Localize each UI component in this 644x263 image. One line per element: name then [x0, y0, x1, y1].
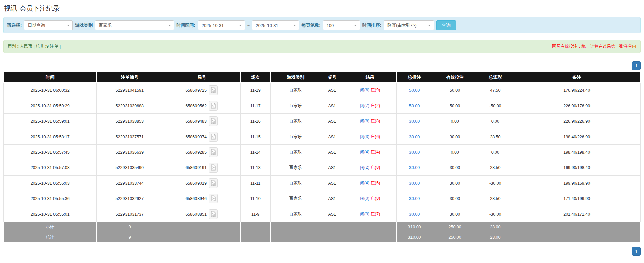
date-from-select[interactable]: 2025-10-31	[198, 20, 245, 30]
column-header-session: 场次	[241, 72, 271, 83]
payout: 0.00	[477, 145, 513, 160]
date-to-select[interactable]: 2025-10-31	[252, 20, 299, 30]
summary-info-bar: 币别 : 人民币 | 总共 :9 注单 | 同局有效投注，统一计算在该局第一张注…	[3, 40, 641, 53]
table-row: 2025-10-31 05:55:36 522931032927 6586089…	[4, 191, 641, 206]
subtotal-total-bet: 310.00	[396, 222, 432, 232]
chevron-down-icon	[425, 21, 434, 30]
query-mode-select[interactable]: 日期查询	[24, 20, 73, 30]
banker-result: 庄(4)	[371, 150, 380, 154]
bet-id: 522931037571	[97, 129, 163, 145]
total-bet-link[interactable]: 30.00	[409, 165, 420, 170]
round-id: 658609285	[185, 150, 207, 155]
video-replay-button[interactable]	[209, 116, 218, 126]
remark: 226.90/226.90	[513, 114, 641, 129]
table-row: 2025-10-31 05:59:29 522931039688 6586095…	[4, 98, 641, 114]
total-payout: 23.00	[477, 232, 513, 243]
video-replay-button[interactable]	[209, 163, 218, 173]
total-bet-link[interactable]: 50.00	[409, 88, 420, 93]
round-id-cell: 658609562	[163, 98, 241, 114]
table-header-row: 时间 注单编号 局号 场次 游戏类别 桌号 结果 总投注 有效投注 总派彩 备注	[4, 72, 641, 83]
video-replay-button[interactable]	[209, 178, 218, 188]
table-row: 2025-10-31 05:55:01 522931031737 6586088…	[4, 206, 641, 222]
table-row: 2025-10-31 05:58:17 522931037571 6586093…	[4, 129, 641, 145]
search-button[interactable]: 查询	[436, 20, 456, 30]
table-body: 2025-10-31 06:00:32 522931041591 6586097…	[4, 83, 641, 222]
game-type-select[interactable]: 百家乐	[95, 20, 174, 30]
round-id-cell: 658609285	[163, 145, 241, 160]
result-cell: 闲(4) 庄(6)	[344, 176, 396, 191]
session-number: 11-16	[241, 114, 271, 129]
valid-bet: 50.00	[432, 83, 477, 98]
total-row: 总计 9 310.00 250.00 23.00	[4, 232, 641, 243]
total-label: 总计	[4, 232, 97, 243]
total-bet-link[interactable]: 50.00	[409, 104, 420, 108]
payout: 28.50	[477, 129, 513, 145]
round-id-cell: 658608946	[163, 191, 241, 206]
date-from-value: 2025-10-31	[198, 21, 236, 30]
valid-bet-notice: 同局有效投注，统一计算在该局第一张注单内	[552, 44, 636, 49]
table-row: 2025-10-31 05:56:03 522931033744 6586090…	[4, 176, 641, 191]
page-1-button[interactable]: 1	[632, 247, 641, 256]
payout: 28.50	[477, 160, 513, 176]
remark: 199.90/169.90	[513, 176, 641, 191]
game-type: 百家乐	[271, 129, 321, 145]
total-bet-link[interactable]: 30.00	[409, 196, 420, 201]
page-size-select[interactable]: 100	[323, 20, 360, 30]
total-bet-link[interactable]: 30.00	[409, 212, 420, 217]
sort-order-select[interactable]: 降幂(由大到小)	[384, 20, 434, 30]
valid-bet: 30.00	[432, 129, 477, 145]
table-number: AS1	[321, 83, 344, 98]
total-count: 9	[97, 232, 163, 243]
column-header-remark: 备注	[513, 72, 641, 83]
video-replay-button[interactable]	[209, 101, 218, 111]
player-result: 闲(6)	[360, 88, 369, 92]
total-bet-link[interactable]: 30.00	[409, 135, 420, 139]
pagination-bottom: 1	[3, 247, 641, 256]
page-1-button[interactable]: 1	[632, 61, 641, 70]
banker-result: 庄(8)	[371, 196, 380, 201]
video-replay-button[interactable]	[209, 132, 218, 142]
banker-result: 庄(2)	[371, 103, 380, 108]
game-type: 百家乐	[271, 160, 321, 176]
player-result: 闲(4)	[360, 150, 369, 154]
total-bet-cell: 30.00	[396, 160, 432, 176]
video-replay-button[interactable]	[209, 209, 218, 219]
result-cell: 闲(3) 庄(6)	[344, 129, 396, 145]
video-replay-button[interactable]	[209, 194, 218, 203]
currency-summary-text: 币别 : 人民币 | 总共 :9 注单 |	[8, 44, 61, 49]
video-replay-icon	[210, 211, 216, 217]
page-title: 视讯 会员下注纪录	[3, 0, 641, 13]
session-number: 11-19	[241, 83, 271, 98]
total-bet-link[interactable]: 30.00	[409, 150, 420, 155]
chevron-down-icon	[351, 21, 360, 30]
banker-result: 庄(9)	[371, 88, 380, 92]
remark: 176.90/224.40	[513, 83, 641, 98]
remark: 201.40/171.40	[513, 206, 641, 222]
column-header-valid-bet: 有效投注	[432, 72, 477, 83]
table-number: AS1	[321, 160, 344, 176]
remark: 171.40/199.90	[513, 191, 641, 206]
subtotal-valid-bet: 250.00	[432, 222, 477, 232]
payout: 0.00	[477, 114, 513, 129]
chevron-down-icon	[236, 21, 245, 30]
result-cell: 闲(2) 庄(8)	[344, 160, 396, 176]
date-to-value: 2025-10-31	[252, 21, 290, 30]
session-number: 11-9	[241, 206, 271, 222]
video-replay-button[interactable]	[209, 85, 218, 95]
total-bet-link[interactable]: 30.00	[409, 119, 420, 124]
bet-id: 522931032927	[97, 191, 163, 206]
page: 视讯 会员下注纪录 请选择: 日期查询 游戏类别 百家乐 时间区间: 2025-…	[0, 0, 644, 263]
total-bet-cell: 30.00	[396, 191, 432, 206]
round-id-cell: 658609725	[163, 83, 241, 98]
game-type: 百家乐	[271, 191, 321, 206]
column-header-game-type: 游戏类别	[271, 72, 321, 83]
session-number: 11-15	[241, 129, 271, 145]
total-bet-link[interactable]: 30.00	[409, 181, 420, 186]
video-replay-button[interactable]	[209, 147, 218, 157]
bet-time: 2025-10-31 05:57:08	[4, 160, 97, 176]
total-bet-cell: 50.00	[396, 98, 432, 114]
video-replay-icon	[210, 134, 216, 140]
page-size-value: 100	[323, 21, 351, 30]
game-type: 百家乐	[271, 114, 321, 129]
table-number: AS1	[321, 176, 344, 191]
